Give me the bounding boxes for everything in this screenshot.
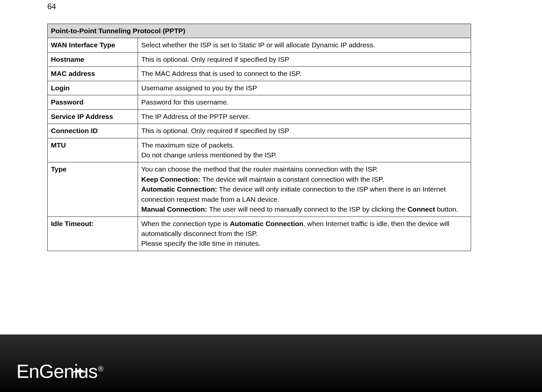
svg-point-0 <box>79 373 80 375</box>
type-auto-label: Automatic Connection: <box>141 185 217 193</box>
row-value: Username assigned to you by the ISP <box>138 81 471 95</box>
row-value: The maximum size of packets. Do not chan… <box>138 138 471 162</box>
row-value: The MAC Address that is used to connect … <box>138 67 471 81</box>
pptp-table: Point-to-Point Tunneling Protocol (PPTP)… <box>47 24 471 251</box>
type-keep-label: Keep Connection: <box>141 175 200 183</box>
table-row: Password Password for this username. <box>48 95 471 109</box>
table-row: MAC address The MAC Address that is used… <box>48 67 471 81</box>
brand-logo: EnGenius® <box>16 357 103 381</box>
row-value: Select whether the ISP is set to Static … <box>138 38 471 52</box>
row-label: Idle Timeout: <box>48 217 138 251</box>
table-row: Idle Timeout: When the connection type i… <box>48 217 471 251</box>
brand-logo-text: EnGenius® <box>16 362 103 381</box>
page-footer: EnGenius® <box>0 334 542 392</box>
type-manual-label: Manual Connection: <box>141 205 207 213</box>
table-row: MTU The maximum size of packets. Do not … <box>48 138 471 162</box>
type-manual-bold: Connect <box>407 205 435 213</box>
row-label: MTU <box>48 138 138 162</box>
table-row: Service IP Address The IP Address of the… <box>48 109 471 124</box>
row-value: When the connection type is Automatic Co… <box>138 217 471 251</box>
row-value: You can choose the method that the route… <box>138 162 471 217</box>
row-label: Connection ID <box>48 124 138 138</box>
table-row: WAN Interface Type Select whether the IS… <box>48 38 471 52</box>
row-text-line: Do not change unless mentioned by the IS… <box>141 151 277 159</box>
registered-icon: ® <box>98 365 103 373</box>
row-label: Service IP Address <box>48 109 138 124</box>
row-value: The IP Address of the PPTP server. <box>138 109 471 124</box>
table-row: Login Username assigned to you by the IS… <box>48 81 471 95</box>
row-label: Hostname <box>48 52 138 66</box>
row-text-line: The maximum size of packets. <box>141 141 235 149</box>
type-manual-text-b: button. <box>435 205 458 213</box>
table-row: Hostname This is optional. Only required… <box>48 52 471 66</box>
idle-bold: Automatic Connection <box>230 220 304 227</box>
row-label: MAC address <box>48 67 138 81</box>
content-area: Point-to-Point Tunneling Protocol (PPTP)… <box>47 24 471 251</box>
type-intro: You can choose the method that the route… <box>141 165 378 173</box>
row-value: This is optional. Only required if speci… <box>138 124 471 138</box>
row-label: WAN Interface Type <box>48 38 138 52</box>
type-keep-text: The device will maintain a constant conn… <box>200 175 384 183</box>
type-manual-text-a: The user will need to manually connect t… <box>207 205 408 213</box>
signal-icon <box>71 359 88 376</box>
row-label: Login <box>48 81 138 95</box>
row-label: Password <box>48 95 138 109</box>
row-value: This is optional. Only required if speci… <box>138 52 471 66</box>
page-number: 64 <box>47 2 56 11</box>
row-value: Password for this username. <box>138 95 471 109</box>
row-label: Type <box>48 162 138 217</box>
table-header-row: Point-to-Point Tunneling Protocol (PPTP) <box>48 24 471 38</box>
table-row: Type You can choose the method that the … <box>48 162 471 217</box>
table-header-cell: Point-to-Point Tunneling Protocol (PPTP) <box>48 24 471 38</box>
table-row: Connection ID This is optional. Only req… <box>48 124 471 138</box>
idle-text-c: Please specify the Idle time in minutes. <box>141 240 260 247</box>
idle-text-a: When the connection type is <box>141 220 230 227</box>
